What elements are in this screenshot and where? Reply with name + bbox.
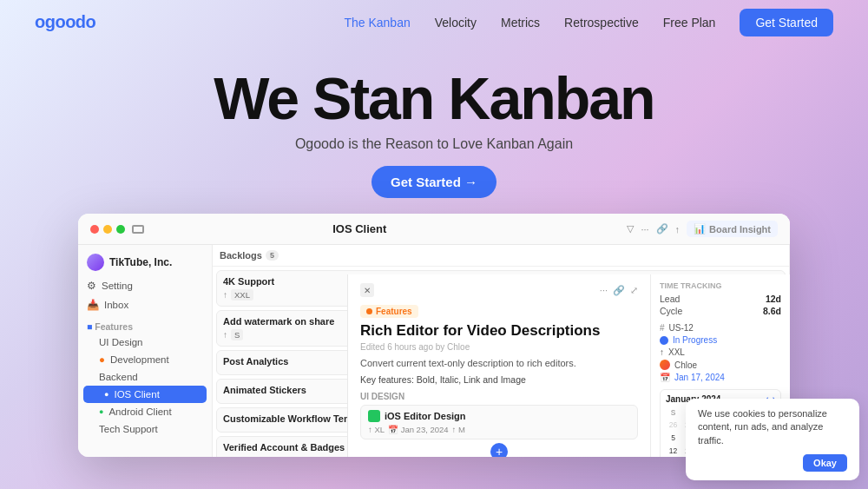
company-name: TikTube, Inc. [109, 256, 172, 268]
attr-us12: # US-12 [660, 323, 781, 333]
company-avatar [87, 254, 104, 271]
sidebar-item-inbox[interactable]: 📥 Inbox [78, 295, 212, 314]
size-xl: ↑ XL [368, 425, 385, 434]
main-content: TikTube, Inc. ⚙ Setting 📥 Inbox ■ Featur… [78, 245, 790, 457]
day-s: S [666, 407, 681, 418]
window-title: IOS Client [99, 222, 620, 235]
features-icon: ■ [87, 321, 92, 332]
backlog-label: Backlogs [220, 250, 262, 261]
sub-card-title: iOS Editor Design [385, 411, 466, 421]
cal-day[interactable]: 26 [666, 419, 681, 431]
title-actions: ▽ ··· 🔗 ↑ 📊 Board Insight [627, 221, 778, 237]
add-card-button[interactable]: + [490, 443, 508, 457]
app-window: IOS Client ▽ ··· 🔗 ↑ 📊 Board Insight Tik… [78, 214, 790, 457]
sidebar-item-tech-support[interactable]: Tech Support [78, 420, 212, 438]
cycle-label: Cycle [660, 306, 682, 316]
cookie-banner: We use cookies to personalize content, r… [686, 399, 859, 480]
close-dot[interactable] [90, 225, 99, 234]
board-insight-button[interactable]: 📊 Board Insight [687, 221, 778, 237]
detail-key-features: Key features: Bold, Italic, Link and Ima… [360, 374, 638, 385]
nav-velocity[interactable]: Velocity [435, 16, 477, 30]
hero-cta-button[interactable]: Get Started → [372, 166, 496, 198]
logo[interactable]: ogoodo [35, 12, 95, 32]
attr-xxl: ↑ XXL [660, 347, 781, 357]
attr-date: 📅 Jan 17, 2024 [660, 373, 781, 382]
filter-icon[interactable]: ▽ [627, 223, 634, 235]
more-icon[interactable]: ··· [641, 224, 648, 235]
sub-card-meta: ↑ XL 📅 Jan 23, 2024 ↑ M [368, 425, 630, 434]
col-header-backlog: Backlogs 5 [213, 245, 789, 267]
size-tag: S [231, 329, 243, 340]
size-icon: ↑ [660, 347, 664, 357]
cookie-text: We use cookies to personalize content, r… [698, 407, 847, 447]
sidebar-item-ui-design[interactable]: UI Design [78, 334, 212, 351]
hash-icon: # [660, 323, 665, 333]
attributes-section: # US-12 In Progress ↑ XXL [660, 323, 781, 382]
sidebar-item-backend[interactable]: Backend [78, 368, 212, 386]
hero-title: We Stan Kanban [17, 69, 851, 128]
priority-icon: ↑ [223, 330, 227, 340]
expand-icon[interactable]: ⤢ [630, 285, 638, 296]
lead-label: Lead [660, 294, 680, 304]
nav-retrospective[interactable]: Retrospective [564, 16, 639, 30]
cal-day[interactable]: 5 [666, 432, 681, 444]
nav-free-plan[interactable]: Free Plan [663, 16, 716, 30]
hero-section: We Stan Kanban Ogoodo is the Reason to L… [0, 44, 868, 214]
sidebar: TikTube, Inc. ⚙ Setting 📥 Inbox ■ Featur… [78, 245, 213, 457]
navigation: ogoodo The Kanban Velocity Metrics Retro… [0, 0, 868, 44]
chart-icon: 📊 [694, 223, 706, 235]
subsection-title-ui: UI Design [360, 392, 638, 401]
calendar-icon: 📅 [660, 373, 670, 382]
sub-card-ios-editor[interactable]: iOS Editor Design ↑ XL 📅 Jan 23, 2024 ↑ … [360, 405, 638, 439]
detail-description: Convert current text-only description to… [360, 357, 638, 370]
app-container: IOS Client ▽ ··· 🔗 ↑ 📊 Board Insight Tik… [78, 214, 790, 466]
share-icon[interactable]: ↑ [675, 224, 681, 235]
hero-subtitle: Ogoodo is the Reason to Love Kanban Agai… [17, 136, 851, 152]
cycle-value: 8.6d [763, 306, 781, 316]
tracking-cycle: Cycle 8.6d [660, 306, 781, 316]
nav-metrics[interactable]: Metrics [501, 16, 540, 30]
time-tracking-title: TIME TRACKING [660, 281, 781, 290]
inbox-icon: 📥 [87, 299, 99, 311]
user-avatar [660, 360, 670, 370]
detail-close-bar: ✕ ··· 🔗 ⤢ [360, 283, 638, 297]
status-dot [660, 336, 668, 345]
sidebar-item-ios-client[interactable]: ● IOS Client [83, 386, 207, 403]
detail-main: ✕ ··· 🔗 ⤢ Features Rich Editor for Video [348, 274, 651, 457]
cookie-okay-button[interactable]: Okay [803, 454, 847, 472]
sidebar-item-development[interactable]: ● Development [78, 351, 212, 368]
tracking-lead: Lead 12d [660, 294, 781, 304]
detail-title: Rich Editor for Video Descriptions [360, 322, 638, 340]
sub-card-header: iOS Editor Design [368, 410, 630, 422]
size-tag: XXL [231, 289, 253, 301]
close-button[interactable]: ✕ [360, 283, 374, 297]
time-tracking-section: TIME TRACKING Lead 12d Cycle 8.6d [660, 281, 781, 316]
link-copy-icon[interactable]: 🔗 [613, 285, 625, 296]
nav-links: The Kanban Velocity Metrics Retrospectiv… [344, 15, 833, 30]
sidebar-section-features: ■ Features [78, 318, 212, 334]
priority-icon: ↑ [223, 290, 227, 300]
tag-dot [366, 308, 372, 314]
feature-tag: Features [360, 305, 418, 318]
size-m: ↑ M [452, 425, 465, 434]
backlog-count: 5 [266, 250, 279, 261]
attr-in-progress: In Progress [660, 335, 781, 345]
sidebar-header: TikTube, Inc. [78, 250, 212, 276]
cal-day[interactable]: 12 [666, 445, 681, 457]
sidebar-item-setting[interactable]: ⚙ Setting [78, 276, 212, 295]
more-options-icon[interactable]: ··· [600, 285, 608, 296]
nav-the-kanban[interactable]: The Kanban [344, 16, 410, 30]
link-icon[interactable]: 🔗 [656, 223, 668, 235]
calendar-icon: 📅 Jan 23, 2024 [388, 425, 449, 434]
sub-card-icon [368, 410, 380, 422]
title-bar: IOS Client ▽ ··· 🔗 ↑ 📊 Board Insight [78, 214, 790, 245]
lead-value: 12d [766, 294, 781, 304]
sidebar-item-android-client[interactable]: ● Android Client [78, 403, 212, 420]
gear-icon: ⚙ [87, 280, 96, 292]
nav-get-started[interactable]: Get Started [740, 9, 833, 36]
attr-chloe: Chloe [660, 360, 781, 370]
detail-edited: Edited 6 hours ago by Chloe [360, 342, 638, 352]
